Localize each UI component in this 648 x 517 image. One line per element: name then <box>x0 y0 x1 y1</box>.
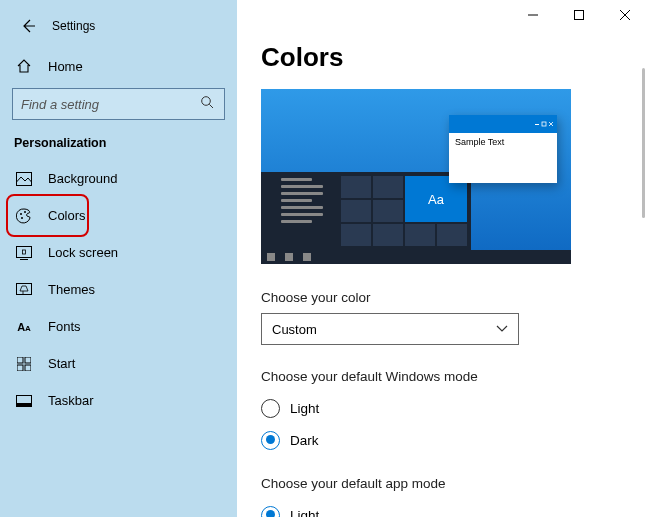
sidebar-item-lock-screen[interactable]: Lock screen <box>0 234 237 271</box>
sidebar-item-themes[interactable]: Themes <box>0 271 237 308</box>
windows-mode-dark[interactable]: Dark <box>261 424 648 456</box>
preview-start-menu: Aa <box>261 172 471 250</box>
sidebar: Settings Home Personalization Background <box>0 0 237 517</box>
svg-rect-16 <box>25 357 31 363</box>
sidebar-item-fonts[interactable]: AA Fonts <box>0 308 237 345</box>
svg-rect-17 <box>17 365 23 371</box>
preview-sample-text: Sample Text <box>449 133 557 151</box>
svg-line-5 <box>209 104 213 108</box>
radio-icon <box>261 399 280 418</box>
sidebar-item-label: Lock screen <box>48 245 118 260</box>
section-label: Personalization <box>0 126 237 160</box>
fonts-icon: AA <box>14 321 34 333</box>
chevron-down-icon <box>496 325 508 333</box>
window-controls <box>510 0 648 30</box>
radio-label: Dark <box>290 433 319 448</box>
sidebar-item-start[interactable]: Start <box>0 345 237 382</box>
sidebar-header: Settings <box>0 10 237 42</box>
windows-mode-group: Light Dark <box>261 392 648 456</box>
app-mode-label: Choose your default app mode <box>261 476 648 491</box>
back-button[interactable] <box>14 12 42 40</box>
svg-rect-1 <box>575 11 584 20</box>
lock-screen-icon <box>14 246 34 260</box>
app-title: Settings <box>52 19 95 33</box>
svg-rect-10 <box>17 246 32 257</box>
content-pane: Colors Aa <box>237 0 648 517</box>
svg-point-4 <box>202 97 211 106</box>
svg-rect-18 <box>25 365 31 371</box>
windows-mode-label: Choose your default Windows mode <box>261 369 648 384</box>
choose-color-label: Choose your color <box>261 290 648 305</box>
close-button[interactable] <box>602 0 648 30</box>
home-label: Home <box>48 59 83 74</box>
search-box[interactable] <box>12 88 225 120</box>
color-preview: Aa Sample Text <box>261 89 571 264</box>
home-nav[interactable]: Home <box>0 48 237 84</box>
sidebar-item-taskbar[interactable]: Taskbar <box>0 382 237 419</box>
sidebar-item-label: Background <box>48 171 117 186</box>
sidebar-item-colors[interactable]: Colors <box>0 197 237 234</box>
svg-rect-12 <box>23 250 26 254</box>
radio-label: Light <box>290 508 319 518</box>
svg-rect-20 <box>17 403 32 407</box>
svg-rect-22 <box>542 122 546 126</box>
maximize-button[interactable] <box>556 0 602 30</box>
sidebar-item-label: Taskbar <box>48 393 94 408</box>
minimize-button[interactable] <box>510 0 556 30</box>
tutorial-highlight <box>6 194 89 237</box>
radio-label: Light <box>290 401 319 416</box>
themes-icon <box>14 283 34 297</box>
svg-rect-11 <box>20 259 28 260</box>
picture-icon <box>14 172 34 186</box>
home-icon <box>14 58 34 74</box>
search-input[interactable] <box>21 97 200 112</box>
search-wrap <box>0 84 237 126</box>
scrollbar[interactable] <box>642 68 645 218</box>
dropdown-value: Custom <box>272 322 317 337</box>
preview-sample-window: Sample Text <box>449 115 557 183</box>
app-mode-light[interactable]: Light <box>261 499 648 517</box>
sidebar-item-label: Fonts <box>48 319 81 334</box>
svg-rect-13 <box>17 283 32 294</box>
sidebar-item-background[interactable]: Background <box>0 160 237 197</box>
sidebar-item-label: Themes <box>48 282 95 297</box>
taskbar-icon <box>14 395 34 407</box>
svg-rect-15 <box>17 357 23 363</box>
choose-color-dropdown[interactable]: Custom <box>261 313 519 345</box>
radio-icon <box>261 506 280 518</box>
start-icon <box>14 357 34 371</box>
sidebar-item-label: Start <box>48 356 75 371</box>
search-icon <box>200 95 216 113</box>
app-mode-group: Light Dark <box>261 499 648 517</box>
preview-taskbar <box>261 250 571 264</box>
windows-mode-light[interactable]: Light <box>261 392 648 424</box>
settings-window: Settings Home Personalization Background <box>0 0 648 517</box>
svg-rect-21 <box>535 124 539 125</box>
page-title: Colors <box>261 42 648 73</box>
preview-window-controls <box>535 121 553 127</box>
radio-icon <box>261 431 280 450</box>
